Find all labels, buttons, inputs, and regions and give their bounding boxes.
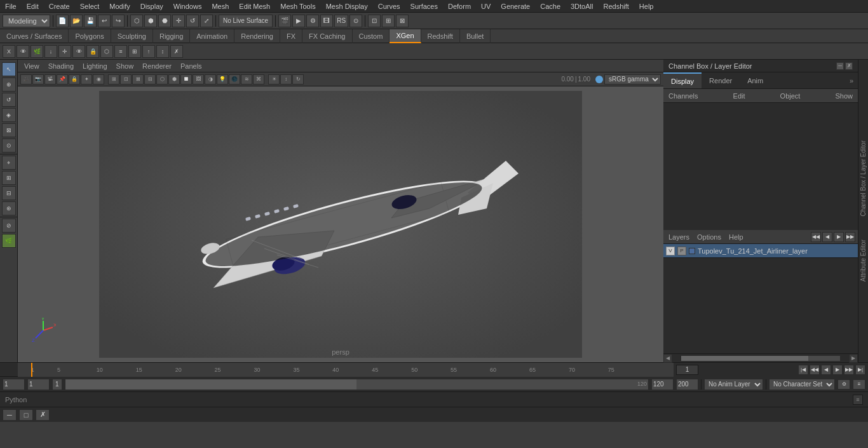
vp-dof-btn[interactable]: ⌘: [253, 74, 264, 85]
renderer-menu[interactable]: Renderer: [139, 61, 175, 71]
vp-ao-btn[interactable]: ◑: [205, 74, 216, 85]
step-back-btn[interactable]: ◀◀: [810, 365, 820, 375]
vp-highlight-btn[interactable]: ✦: [81, 74, 92, 85]
vp-shading-btn2[interactable]: 🔲: [180, 74, 192, 85]
tab-animation[interactable]: Animation: [190, 29, 234, 43]
vp-film-btn[interactable]: ⊡: [120, 74, 132, 85]
panels-menu[interactable]: Panels: [177, 61, 206, 71]
vp-subdiv-btn[interactable]: ↻: [292, 74, 304, 85]
transform-btn[interactable]: ⊕: [2, 78, 16, 92]
tab-xgen[interactable]: XGen: [390, 29, 421, 43]
layers-menu-btn[interactable]: Layers: [666, 233, 692, 241]
back-btn[interactable]: ◀: [821, 365, 831, 375]
xgen-btn9[interactable]: ≡: [114, 45, 127, 58]
tab-fx-caching[interactable]: FX Caching: [302, 29, 352, 43]
menu-3dtoll[interactable]: 3DtoAll: [566, 1, 598, 11]
menu-uv[interactable]: UV: [476, 1, 496, 11]
vp-backface-btn[interactable]: ↕: [280, 74, 292, 85]
vp-shading-btn1[interactable]: ⬡: [156, 74, 168, 85]
show-menu[interactable]: Show: [112, 61, 138, 71]
menu-redshift[interactable]: Redshift: [598, 1, 634, 11]
menu-deform[interactable]: Deform: [443, 1, 476, 11]
xgen-btn4[interactable]: ↓: [44, 45, 57, 58]
jump-end-btn[interactable]: ▶|: [855, 365, 865, 375]
xgen-btn6[interactable]: 👁: [72, 45, 85, 58]
save-btn[interactable]: 💾: [84, 15, 97, 27]
xgen-btn5[interactable]: ✛: [58, 45, 71, 58]
xgen-btn12[interactable]: ↕: [156, 45, 169, 58]
python-input[interactable]: [32, 396, 853, 404]
help-menu-btn[interactable]: Help: [726, 233, 746, 241]
vp-pin-btn[interactable]: 📌: [57, 74, 68, 85]
render-settings-btn[interactable]: ⚙: [306, 15, 319, 27]
play-btn[interactable]: ▶: [832, 365, 843, 375]
new-scene-btn[interactable]: 📄: [56, 15, 69, 27]
menu-mesh-display[interactable]: Mesh Display: [321, 1, 373, 11]
tab-redshift[interactable]: Redshift: [421, 29, 460, 43]
menu-edit-mesh[interactable]: Edit Mesh: [234, 1, 275, 11]
frame-start-input[interactable]: 1: [3, 379, 25, 390]
channels-menu-btn[interactable]: Channels: [668, 92, 698, 100]
layer-scrollbar[interactable]: ◀ ▶: [663, 353, 858, 362]
open-btn[interactable]: 📂: [70, 15, 83, 27]
tab-bullet[interactable]: Bullet: [460, 29, 491, 43]
live-surface-btn[interactable]: No Live Surface: [219, 15, 273, 27]
vp-tex-btn[interactable]: 🖼: [193, 74, 204, 85]
char-set-options-btn[interactable]: ⚙: [837, 379, 850, 390]
scroll-thumb[interactable]: [681, 356, 808, 361]
minimize-btn[interactable]: ─: [3, 409, 17, 421]
xgen-btn8[interactable]: ⬡: [100, 45, 113, 58]
tab-anim[interactable]: Anim: [740, 72, 771, 88]
layer-playback[interactable]: P: [677, 247, 686, 255]
select-mode-btn[interactable]: ↖: [2, 62, 16, 76]
channel-box-tab[interactable]: Channel Box / Layer Editor: [858, 135, 868, 222]
tab-curves-surfaces[interactable]: Curves / Surfaces: [0, 29, 69, 43]
tab-fx[interactable]: FX: [280, 29, 302, 43]
undo-btn[interactable]: ↩: [98, 15, 111, 27]
jump-start-btn[interactable]: |◀: [798, 365, 808, 375]
layer-visibility[interactable]: V: [666, 247, 675, 255]
xgen-btn2[interactable]: 👁: [17, 45, 29, 58]
xgen-btn3[interactable]: 🌿: [31, 45, 43, 58]
rs-btn2[interactable]: RS: [334, 15, 348, 27]
panel-close-btn[interactable]: ✗: [845, 62, 853, 70]
layer-first-btn[interactable]: ◀◀: [811, 232, 821, 242]
menu-file[interactable]: File: [0, 1, 22, 11]
shading-menu[interactable]: Shading: [44, 61, 78, 71]
current-frame-input[interactable]: 1: [676, 365, 698, 375]
tab-sculpting[interactable]: Sculpting: [111, 29, 153, 43]
xgen-btn11[interactable]: ↑: [142, 45, 155, 58]
ipr-btn[interactable]: ▶: [292, 15, 305, 27]
vp-hud-btn[interactable]: ⊟: [144, 74, 156, 85]
vp-motion-btn[interactable]: ≋: [241, 74, 252, 85]
vp-xray-btn[interactable]: ☀: [268, 74, 280, 85]
attribute-editor-tab[interactable]: Attribute Editor: [858, 234, 868, 287]
xgen-btn10[interactable]: ⊞: [128, 45, 141, 58]
circle-mode-btn[interactable]: ⊙: [2, 139, 16, 153]
select-tool-btn[interactable]: ⬡: [130, 15, 143, 27]
snap-grid-btn[interactable]: ⌖: [2, 156, 16, 170]
layer-next-btn[interactable]: ▶: [834, 232, 844, 242]
panel-minimize-btn[interactable]: ─: [836, 62, 844, 70]
move-btn[interactable]: ✛: [172, 15, 185, 27]
mirror-btn[interactable]: ⊛: [2, 201, 16, 215]
menu-mesh[interactable]: Mesh: [207, 1, 234, 11]
view-menu[interactable]: View: [20, 61, 43, 71]
layout-btn3[interactable]: ⊠: [396, 15, 409, 27]
vp-cam2-btn[interactable]: 📷: [32, 74, 44, 85]
timeline-ruler[interactable]: 1 5 10 15 20 25 30 35 40 45 50 55 60 65 …: [18, 363, 674, 377]
viewport-canvas[interactable]: persp X Y Z: [18, 86, 663, 362]
circle-btn[interactable]: ⊙: [349, 15, 362, 27]
vp-cam-btn[interactable]: 🎥: [20, 74, 32, 85]
render-seq-btn[interactable]: 🎞: [320, 15, 333, 27]
vp-lock-btn[interactable]: 🔒: [69, 74, 80, 85]
vp-overlay-btn[interactable]: ⊠: [132, 74, 144, 85]
vp-light-btn[interactable]: 💡: [217, 74, 228, 85]
menu-generate[interactable]: Generate: [496, 1, 535, 11]
layer-last-btn[interactable]: ▶▶: [845, 232, 855, 242]
menu-mesh-tools[interactable]: Mesh Tools: [275, 1, 320, 11]
vp-grid-btn[interactable]: ⊞: [108, 74, 119, 85]
menu-windows[interactable]: Windows: [168, 1, 207, 11]
soft-mod-btn[interactable]: ⊠: [2, 123, 16, 137]
tab-custom[interactable]: Custom: [353, 29, 390, 43]
